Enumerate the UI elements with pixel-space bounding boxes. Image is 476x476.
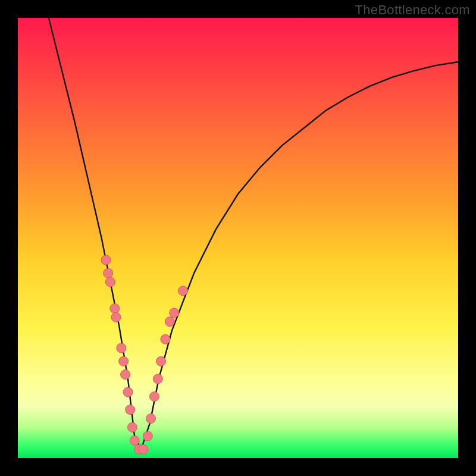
curve-marker: [156, 356, 166, 366]
curve-marker: [139, 444, 148, 454]
curve-marker: [110, 303, 120, 313]
curve-marker: [146, 414, 156, 423]
chart-frame: TheBottleneck.com: [0, 0, 476, 476]
curve-marker: [161, 334, 170, 344]
curve-marker: [121, 369, 130, 379]
curve-marker: [111, 312, 121, 322]
curve-marker: [105, 277, 115, 287]
curve-marker: [165, 317, 174, 327]
marker-group: [101, 255, 188, 454]
curve-marker: [127, 422, 137, 432]
curve-marker: [130, 436, 139, 445]
bottleneck-curve: [49, 18, 458, 449]
curve-marker: [104, 268, 113, 278]
plot-area: [18, 18, 458, 458]
curve-marker: [119, 356, 129, 366]
curve-marker: [149, 392, 159, 401]
curve-marker: [117, 343, 126, 353]
chart-svg: [18, 18, 458, 458]
curve-marker: [126, 405, 135, 415]
curve-marker: [170, 308, 179, 318]
curve-marker: [153, 374, 162, 384]
curve-marker: [101, 255, 111, 265]
curve-marker: [143, 431, 152, 441]
watermark-text: TheBottleneck.com: [355, 2, 470, 18]
curve-marker: [123, 387, 133, 397]
curve-marker: [178, 286, 188, 296]
